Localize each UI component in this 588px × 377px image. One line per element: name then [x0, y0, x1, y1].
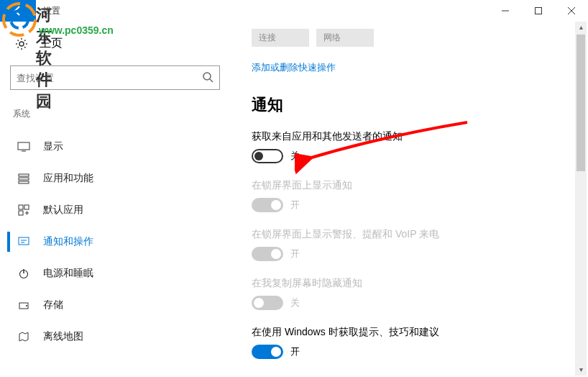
titlebar: 设置 [0, 0, 588, 22]
setting-label: 在使用 Windows 时获取提示、技巧和建议 [252, 326, 566, 339]
map-icon [17, 331, 30, 342]
apps-icon [17, 173, 30, 184]
svg-rect-10 [19, 205, 23, 209]
svg-rect-12 [19, 211, 23, 215]
toggle-switch [252, 198, 283, 212]
nav-label: 存储 [43, 299, 63, 312]
svg-rect-9 [19, 181, 29, 183]
nav-item-defaults[interactable]: 默认应用 [7, 194, 223, 226]
home-row[interactable]: 主页 [7, 32, 223, 55]
nav-item-notifications[interactable]: 通知和操作 [7, 226, 223, 258]
toggle-state: 关 [290, 150, 300, 163]
scroll-down-arrow[interactable]: ▾ [575, 364, 587, 376]
nav-item-display[interactable]: 显示 [7, 131, 223, 163]
nav-item-storage[interactable]: 存储 [7, 289, 223, 321]
search-input[interactable] [17, 73, 202, 83]
content-area: 主页 系统 显示 应用和功能 默认应用 通知和操作 [0, 22, 588, 377]
toggle-switch [252, 247, 283, 261]
toggle-switch[interactable] [252, 149, 283, 163]
gear-icon [14, 37, 29, 51]
svg-point-21 [26, 305, 27, 306]
display-icon [17, 142, 30, 152]
defaults-icon [17, 204, 30, 216]
svg-rect-15 [19, 237, 29, 245]
sidebar: 主页 系统 显示 应用和功能 默认应用 通知和操作 [0, 22, 230, 377]
setting-lockscreen-alarms: 在锁屏界面上显示警报、提醒和 VoIP 来电 开 [252, 228, 566, 261]
back-button[interactable] [0, 0, 36, 22]
toggle-switch[interactable] [252, 345, 283, 359]
window-controls [489, 0, 588, 22]
storage-icon [17, 299, 30, 311]
setting-get-notifications: 获取来自应用和其他发送者的通知 关 [252, 130, 566, 163]
toggle-state: 开 [290, 199, 300, 212]
window-title: 设置 [43, 5, 60, 17]
tile-network[interactable]: 网络 [316, 29, 374, 47]
nav-label: 默认应用 [43, 204, 83, 217]
close-button[interactable] [555, 0, 588, 22]
setting-label: 在锁屏界面上显示警报、提醒和 VoIP 来电 [252, 228, 566, 241]
quick-action-tiles: 连接 网络 [252, 29, 566, 47]
add-remove-quick-actions-link[interactable]: 添加或删除快速操作 [252, 61, 566, 74]
setting-label: 获取来自应用和其他发送者的通知 [252, 130, 566, 143]
section-title: 通知 [252, 94, 566, 116]
toggle-state: 开 [290, 247, 300, 260]
setting-tips: 在使用 Windows 时获取提示、技巧和建议 开 [252, 326, 566, 359]
power-icon [17, 268, 30, 279]
svg-rect-7 [19, 174, 29, 176]
setting-lockscreen-notify: 在锁屏界面上显示通知 开 [252, 179, 566, 212]
nav-item-maps[interactable]: 离线地图 [7, 321, 223, 353]
nav-label: 通知和操作 [43, 235, 93, 248]
svg-rect-1 [536, 8, 542, 14]
notify-icon [17, 236, 30, 247]
nav-label: 电源和睡眠 [43, 267, 93, 280]
setting-hide-on-duplicate: 在我复制屏幕时隐藏通知 关 [252, 277, 566, 310]
svg-rect-8 [19, 178, 29, 180]
scroll-up-arrow[interactable]: ▴ [575, 22, 587, 33]
search-icon [202, 71, 213, 85]
main-panel: 连接 网络 添加或删除快速操作 通知 获取来自应用和其他发送者的通知 关 在锁屏… [230, 22, 588, 377]
maximize-button[interactable] [522, 0, 555, 22]
category-label: 系统 [13, 108, 223, 120]
nav-label: 离线地图 [43, 330, 83, 343]
nav-item-power[interactable]: 电源和睡眠 [7, 258, 223, 289]
setting-label: 在我复制屏幕时隐藏通知 [252, 277, 566, 290]
svg-rect-5 [18, 142, 29, 150]
home-label: 主页 [40, 36, 63, 51]
tile-connect[interactable]: 连接 [252, 29, 309, 47]
setting-label: 在锁屏界面上显示通知 [252, 179, 566, 192]
search-box[interactable] [10, 65, 220, 90]
vertical-scrollbar[interactable]: ▴ ▾ [575, 22, 587, 376]
minimize-button[interactable] [489, 0, 522, 22]
svg-rect-11 [24, 205, 29, 209]
nav-list: 显示 应用和功能 默认应用 通知和操作 电源和睡眠 存储 [7, 131, 223, 353]
nav-label: 显示 [43, 140, 63, 153]
toggle-switch [252, 296, 283, 310]
svg-point-2 [19, 42, 24, 46]
svg-line-4 [210, 79, 213, 82]
toggle-state: 开 [290, 345, 300, 358]
scroll-thumb[interactable] [576, 35, 585, 171]
nav-item-apps[interactable]: 应用和功能 [7, 163, 223, 194]
svg-point-3 [203, 73, 211, 80]
nav-label: 应用和功能 [43, 172, 93, 185]
toggle-state: 关 [290, 296, 300, 309]
